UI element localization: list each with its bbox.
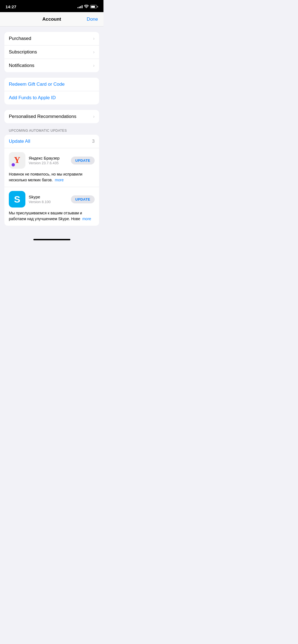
nav-bar: Account Done <box>0 12 103 26</box>
skype-more-link[interactable]: more <box>82 217 91 221</box>
purchased-label: Purchased <box>9 36 31 41</box>
skype-name: Skype <box>29 195 68 199</box>
skype-item: S Skype Version 8.100 UPDATE Мы прислуши… <box>4 187 99 226</box>
yandex-name: Яндекс Браузер <box>29 156 68 160</box>
update-count: 3 <box>92 139 95 144</box>
skype-version: Version 8.100 <box>29 200 68 204</box>
yandex-version: Version 23.7.6.435 <box>29 161 68 165</box>
redeem-gift-card-item[interactable]: Redeem Gift Card or Code <box>4 78 99 91</box>
updates-group: Update All 3 Y Яндекс Браузер Version 23… <box>4 135 99 226</box>
purchased-item[interactable]: Purchased › <box>4 32 99 45</box>
chevron-icon: › <box>93 63 95 68</box>
upcoming-updates-header: UPCOMING AUTOMATIC UPDATES <box>0 129 103 135</box>
wifi-icon <box>84 5 89 9</box>
done-button[interactable]: Done <box>87 17 98 22</box>
skype-app-icon: S <box>9 191 25 208</box>
yandex-browser-item: Y Яндекс Браузер Version 23.7.6.435 UPDA… <box>4 148 99 187</box>
update-all-label: Update All <box>9 139 30 144</box>
yandex-browser-icon: Y <box>9 152 25 169</box>
personalised-recommendations-item[interactable]: Personalised Recommendations › <box>4 110 99 123</box>
skype-update-button[interactable]: UPDATE <box>71 195 95 203</box>
redeem-gift-card-label: Redeem Gift Card or Code <box>9 82 65 87</box>
subscriptions-item[interactable]: Subscriptions › <box>4 45 99 59</box>
skype-description: Мы прислушиваемся к вашим отзывам и рабо… <box>9 210 95 222</box>
nav-title: Account <box>42 17 61 22</box>
chevron-icon: › <box>93 49 95 55</box>
notifications-label: Notifications <box>9 63 34 68</box>
add-funds-item[interactable]: Add Funds to Apple ID <box>4 91 99 104</box>
signal-icon <box>78 5 83 8</box>
home-indicator <box>0 237 103 242</box>
section-group-3: Personalised Recommendations › <box>4 110 99 123</box>
section-group-1: Purchased › Subscriptions › Notification… <box>4 32 99 72</box>
subscriptions-label: Subscriptions <box>9 49 37 55</box>
add-funds-label: Add Funds to Apple ID <box>9 95 56 101</box>
chevron-icon: › <box>93 114 95 119</box>
yandex-update-button[interactable]: UPDATE <box>71 157 95 165</box>
status-time: 14:27 <box>6 4 16 9</box>
skype-info: Skype Version 8.100 <box>29 195 68 204</box>
yandex-info: Яндекс Браузер Version 23.7.6.435 <box>29 156 68 165</box>
notifications-item[interactable]: Notifications › <box>4 59 99 72</box>
yandex-more-link[interactable]: more <box>55 178 64 182</box>
yandex-top-row: Y Яндекс Браузер Version 23.7.6.435 UPDA… <box>9 152 95 169</box>
section-group-2: Redeem Gift Card or Code Add Funds to Ap… <box>4 78 99 104</box>
status-icons <box>78 5 98 9</box>
skype-top-row: S Skype Version 8.100 UPDATE <box>9 191 95 208</box>
chevron-icon: › <box>93 36 95 41</box>
content-area: Purchased › Subscriptions › Notification… <box>0 26 103 237</box>
personalised-recommendations-label: Personalised Recommendations <box>9 114 76 119</box>
home-bar <box>33 239 70 240</box>
yandex-description: Новинок не появилось, но мы исправили не… <box>9 171 95 183</box>
update-all-row[interactable]: Update All 3 <box>4 135 99 148</box>
battery-icon <box>90 5 98 8</box>
status-bar: 14:27 <box>0 0 103 12</box>
